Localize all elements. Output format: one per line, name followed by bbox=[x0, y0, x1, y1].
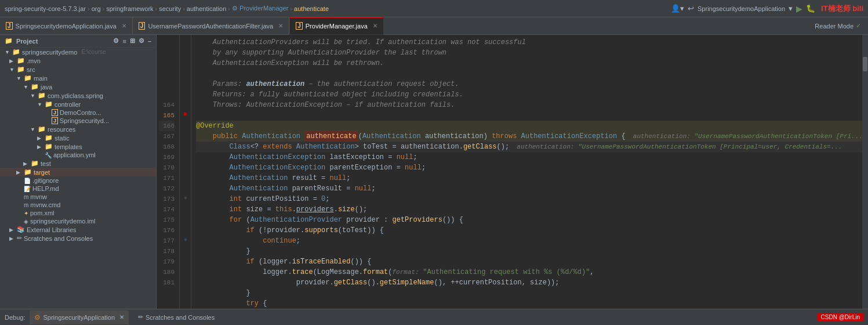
project-folder-icon: 📁 bbox=[12, 48, 20, 56]
tree-item-main[interactable]: ▼ 📁 main bbox=[0, 74, 156, 82]
java-icon: J bbox=[6, 22, 13, 30]
back-icon[interactable]: ↩ bbox=[688, 4, 694, 13]
scratch-icon: ✏ bbox=[17, 234, 22, 242]
tree-item-templates[interactable]: ▶ 📁 templates bbox=[0, 142, 156, 151]
file-icon: m bbox=[24, 194, 28, 200]
tree-item-appyml[interactable]: ▶ 🔧 application.yml bbox=[0, 151, 156, 159]
close-icon[interactable]: ✕ bbox=[373, 23, 377, 29]
expand-icon[interactable]: ⊞ bbox=[130, 37, 135, 45]
arrow-icon: ▼ bbox=[9, 67, 15, 73]
tree-label: controller bbox=[55, 101, 81, 108]
tab-label: UsernamePasswordAuthenticationFilter.jav… bbox=[148, 23, 273, 30]
arrow-icon: ▼ bbox=[23, 84, 29, 90]
tree-item-static[interactable]: ▶ 📁 static bbox=[0, 133, 156, 142]
bottom-bar: Debug: ⚙ SpringsecurityApplication ✕ ✏ S… bbox=[0, 309, 868, 325]
tree-label: src bbox=[27, 66, 35, 73]
tree-item-mvnw[interactable]: ▶ m mvnw bbox=[0, 193, 156, 201]
settings-icon[interactable]: ⚙ bbox=[139, 37, 144, 45]
tree-item-external-libs[interactable]: ▶ 📚 External Libraries bbox=[0, 225, 156, 234]
folder-icon: 📁 bbox=[5, 37, 13, 45]
close-icon[interactable]: ✕ bbox=[122, 23, 126, 29]
debug-tab[interactable]: ⚙ SpringsecurityApplication ✕ bbox=[30, 310, 129, 324]
scratch-consoles[interactable]: ✏ Scratches and Consoles bbox=[138, 313, 215, 321]
code-line: by any supporting AuthenticationProvider… bbox=[196, 48, 863, 58]
arrow-icon: ▼ bbox=[5, 49, 10, 55]
tree-item-democontro[interactable]: ▶ J DemoContro... bbox=[0, 109, 156, 117]
tree-item-pomxml[interactable]: ▶ ✦ pom.xml bbox=[0, 209, 156, 217]
run-app-label: SpringsecuritydemoApplication bbox=[698, 5, 785, 12]
tree-item-mvnwcmd[interactable]: ▶ m mvnw.cmd bbox=[0, 201, 156, 209]
code-scrollbar[interactable] bbox=[862, 35, 868, 309]
code-line-174: if (!provider.supports(toTest)) { bbox=[196, 225, 863, 236]
user-icon[interactable]: 👤▾ bbox=[671, 4, 684, 13]
tree-item-gitignore[interactable]: ▶ 📄 .gitignore bbox=[0, 176, 156, 185]
code-line-172: int size = this.providers.size(); bbox=[196, 204, 863, 215]
xml-file-icon: ✦ bbox=[24, 210, 28, 216]
breadcrumb: spring-security-core-5.7.3.jar › org › s… bbox=[5, 5, 669, 12]
tree-item-src[interactable]: ▼ 📁 src bbox=[0, 65, 156, 74]
sidebar: 📁 Project ⚙ ≡ ⊞ ⚙ – ▼ 📁 springsecurityde… bbox=[0, 35, 157, 309]
folder-icon: 📁 bbox=[38, 125, 46, 133]
checkmark-icon: ✓ bbox=[856, 22, 861, 30]
code-line: Returns: a fully authenticated object in… bbox=[196, 89, 863, 100]
tree-item-com[interactable]: ▼ 📁 com.ydiclass.spring bbox=[0, 91, 156, 100]
tree-item-springsecuritydemo[interactable]: ▼ 📁 springsecuritydemo E:\course bbox=[0, 48, 156, 56]
code-line bbox=[196, 68, 863, 79]
code-line-171: int currentPosition = 0; bbox=[196, 194, 863, 204]
main-area: 📁 Project ⚙ ≡ ⊞ ⚙ – ▼ 📁 springsecurityde… bbox=[0, 35, 868, 309]
minus-icon[interactable]: – bbox=[148, 38, 151, 45]
code-line: AuthenticationException will be rethrown… bbox=[196, 58, 863, 68]
code-line-180: } bbox=[196, 288, 863, 298]
line-numbers: 164 165 166 167 168 169 170 171 172 173 … bbox=[157, 35, 180, 309]
close-debug-icon[interactable]: ✕ bbox=[119, 314, 124, 320]
folder-icon: 📁 bbox=[45, 100, 53, 108]
tab-springsecuritydemo[interactable]: J SpringsecuritydemoApplication.java ✕ bbox=[0, 17, 133, 35]
code-line: Throws: AuthenticationException – if aut… bbox=[196, 100, 863, 110]
java-icon: J bbox=[296, 22, 303, 30]
tree-label: main bbox=[34, 75, 48, 82]
tree-item-controller[interactable]: ▼ 📁 controller bbox=[0, 100, 156, 109]
gutter: ● ⬦ ⬦ bbox=[180, 35, 191, 309]
tab-label: SpringsecuritydemoApplication.java bbox=[16, 23, 117, 30]
code-line-166: Class<? extends Authentication> toTest =… bbox=[196, 142, 863, 152]
tree-item-java[interactable]: ▼ 📁 java bbox=[0, 82, 156, 91]
arrow-icon: ▶ bbox=[23, 161, 29, 167]
tree-item-scratches[interactable]: ▶ ✏ Scratches and Consoles bbox=[0, 234, 156, 243]
folder-icon: 📁 bbox=[38, 92, 46, 99]
code-line-165-sig: public Authentication authenticate(Authe… bbox=[196, 131, 863, 142]
sidebar-header: 📁 Project ⚙ ≡ ⊞ ⚙ – bbox=[0, 35, 156, 48]
arrow-icon: ▶ bbox=[9, 227, 15, 233]
tab-usernamepassword[interactable]: J UsernamePasswordAuthenticationFilter.j… bbox=[133, 17, 289, 35]
folder-icon: 📁 bbox=[31, 83, 39, 91]
tree-label: springsecuritydemo bbox=[22, 49, 77, 56]
reader-mode-label: Reader Mode bbox=[815, 23, 854, 30]
code-lines[interactable]: AuthenticationProviders will be tried. I… bbox=[191, 35, 868, 309]
tree-item-resources[interactable]: ▼ 📁 resources bbox=[0, 125, 156, 133]
debug-run-icon[interactable]: 🐛 bbox=[806, 4, 815, 13]
code-line-179: provider.getClass().getSimpleName(), ++c… bbox=[196, 277, 863, 288]
gear-icon[interactable]: ⚙ bbox=[113, 37, 119, 45]
tree-item-iml[interactable]: ▶ ◈ springsecuritydemo.iml bbox=[0, 217, 156, 225]
code-editor[interactable]: 164 165 166 167 168 169 170 171 172 173 … bbox=[157, 35, 868, 309]
tree-label: application.yml bbox=[53, 151, 96, 158]
tab-providermanager[interactable]: J ProviderManager.java ✕ bbox=[289, 17, 384, 35]
tree-label: .gitignore bbox=[32, 177, 59, 184]
folder-icon: 📁 bbox=[31, 160, 39, 167]
scrollbar-thumb[interactable] bbox=[863, 57, 867, 71]
tree-item-springsecurityd[interactable]: ▶ J Springsecurityd... bbox=[0, 117, 156, 125]
tree-item-helpmd[interactable]: ▶ 📝 HELP.md bbox=[0, 185, 156, 193]
arrow-icon: ▶ bbox=[9, 58, 15, 64]
tree-item-target[interactable]: ▶ 📁 target bbox=[0, 168, 156, 176]
list-icon[interactable]: ≡ bbox=[122, 38, 126, 45]
code-line-178: logger.trace(LogMessage.format(format: "… bbox=[196, 267, 863, 277]
run-icon[interactable]: ▶ bbox=[796, 4, 802, 13]
code-line: AuthenticationProviders will be tried. I… bbox=[196, 37, 863, 48]
tree-label: pom.xml bbox=[30, 210, 55, 216]
close-icon[interactable]: ✕ bbox=[278, 23, 283, 29]
tree-label: templates bbox=[55, 143, 82, 150]
java-file-icon: J bbox=[52, 109, 58, 116]
tree-item-test[interactable]: ▶ 📁 test bbox=[0, 159, 156, 168]
code-line-181: try { bbox=[196, 298, 863, 309]
debug-app-label: SpringsecurityApplication bbox=[43, 314, 115, 321]
tree-item-mvn[interactable]: ▶ 📁 .mvn bbox=[0, 56, 156, 65]
